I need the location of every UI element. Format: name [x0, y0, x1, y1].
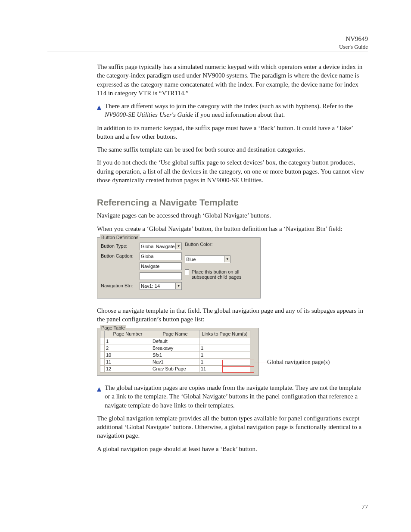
checkbox-place-on-child[interactable]: [185, 269, 189, 275]
row-grip[interactable]: [100, 338, 105, 345]
button-definitions-panel: Button Definitions Button Type: Global N…: [97, 237, 261, 299]
note-block: There are different ways to join the cat…: [97, 102, 368, 119]
body-para: The suffix page typically has a simulate…: [97, 62, 368, 97]
note-block: The global navigation pages are copies m…: [97, 383, 368, 410]
checkbox-label: Place this button on all subsequent chil…: [192, 269, 254, 280]
cell-page-number: 10: [105, 352, 151, 359]
body-para: The global navigation template provides …: [97, 414, 368, 440]
dropdown-navigation-btn[interactable]: Nav1: 14 ▼: [140, 282, 182, 290]
chevron-down-icon: ▼: [175, 243, 181, 249]
label-button-caption: Button Caption:: [101, 253, 137, 259]
cell-links: 1: [199, 359, 250, 366]
svg-marker-1: [97, 387, 101, 392]
body-para: Choose a navigate template in that field…: [97, 306, 368, 324]
table-row[interactable]: 1Default: [100, 338, 250, 345]
body-para: Navigate pages can be accessed through ‘…: [97, 211, 368, 220]
cell-page-name: Sfx1: [151, 352, 199, 359]
page-content: The suffix page typically has a simulate…: [97, 62, 368, 457]
cell-page-name: Breakawy: [151, 345, 199, 352]
body-para: In addition to its numeric keypad, the s…: [97, 124, 368, 141]
dropdown-button-type[interactable]: Global Navigate ▼: [140, 243, 182, 250]
page-header: NV9649 User's Guide: [339, 34, 368, 51]
dropdown-button-color[interactable]: Blue ▼: [185, 255, 230, 263]
body-para: A global navigation page should at least…: [97, 445, 368, 453]
label-navigation-btn: Navigation Btn:: [101, 283, 137, 289]
triangle-icon: [97, 103, 101, 119]
label-button-color: Button Color:: [185, 241, 212, 248]
table-row[interactable]: 11Nav11: [100, 359, 250, 366]
panel-legend: Page Table: [100, 325, 126, 331]
row-grip[interactable]: [100, 359, 105, 366]
row-grip[interactable]: [100, 366, 105, 373]
cell-page-name: Gnav Sub Page: [151, 366, 199, 373]
header-rule: [47, 52, 368, 52]
triangle-icon: [97, 385, 101, 410]
cell-links: 1: [199, 352, 250, 359]
row-grip[interactable]: [100, 345, 105, 352]
input-caption-line3[interactable]: [140, 272, 182, 280]
page-table-panel: Page Table Page Number Page Name Links t…: [97, 328, 259, 376]
note-text: There are different ways to join the cat…: [105, 102, 368, 119]
cell-links: 11: [199, 366, 250, 373]
body-para: If you do not check the ‘Use global suff…: [97, 158, 368, 184]
page-number: 77: [361, 503, 368, 511]
body-para: The same suffix template can be used for…: [97, 145, 368, 154]
table-row[interactable]: 12Gnav Sub Page11: [100, 366, 250, 373]
table-row[interactable]: 2Breakawy1: [100, 345, 250, 352]
callout-label: Global navigation page(s): [267, 358, 330, 367]
product-name: NV9649: [339, 34, 368, 43]
table-header: Page Number: [105, 330, 151, 338]
panel-legend: Button Definitions: [100, 234, 140, 241]
table-row[interactable]: 10Sfx11: [100, 352, 250, 359]
chevron-down-icon: ▼: [175, 283, 181, 289]
doc-subtitle: User's Guide: [339, 43, 368, 51]
table-header: Links to Page Num(s): [199, 330, 250, 338]
cell-links: 1: [199, 345, 250, 352]
body-para: When you create a ‘Global Navigate’ butt…: [97, 224, 368, 233]
note-text: The global navigation pages are copies m…: [105, 383, 368, 410]
cell-page-number: 1: [105, 338, 151, 345]
cell-page-number: 11: [105, 359, 151, 366]
chevron-down-icon: ▼: [224, 256, 230, 262]
cell-page-number: 12: [105, 366, 151, 373]
input-caption-line1[interactable]: Global: [140, 252, 182, 260]
table-header: Page Name: [151, 330, 199, 338]
section-heading: Referencing a Navigate Template: [97, 196, 368, 208]
input-caption-line2[interactable]: Navigate: [140, 262, 182, 270]
svg-marker-0: [97, 106, 101, 110]
cell-links: [199, 338, 250, 345]
page-table: Page Number Page Name Links to Page Num(…: [100, 330, 250, 373]
cell-page-name: Default: [151, 338, 199, 345]
cell-page-number: 2: [105, 345, 151, 352]
table-grip-header: [100, 330, 105, 338]
cell-page-name: Nav1: [151, 359, 199, 366]
label-button-type: Button Type:: [101, 243, 137, 249]
row-grip[interactable]: [100, 352, 105, 359]
